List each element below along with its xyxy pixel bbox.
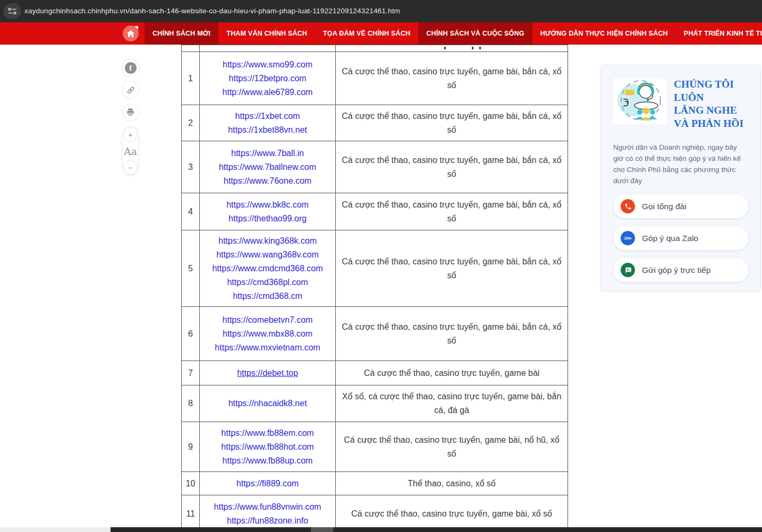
call-hotline-button[interactable]: Gọi tổng đài [613,194,749,218]
chat-icon [621,263,635,277]
nav-item-phat-trien-kinh-te[interactable]: PHÁT TRIỂN KINH TẾ TƯ NHÂN VÀ DOANH NGHI… [676,22,762,45]
violation-url-link[interactable]: https://www.mxvietnam.com [200,341,335,355]
violation-url-link[interactable]: https://1xbet88vn.net [200,123,335,137]
table-row: 10https://fi889.comThể thao, casino, xổ … [182,472,568,495]
violation-url-link[interactable]: https://www.fun88vnwin.com [200,500,335,514]
violation-url-link[interactable]: https://thethao99.org [200,212,335,226]
violation-url-cell: https://comebetvn7.comhttps://www.mbx88.… [200,307,336,361]
violation-url-cell: https://www.fb88em.comhttps://www.fb88ho… [200,422,336,472]
violation-url-link[interactable]: https://www.fb88up.com [200,454,335,468]
violation-url-cell: https://www.bk8c.comhttps://thethao99.or… [200,193,336,230]
site-settings-icon[interactable] [3,3,21,19]
printer-icon [126,108,135,117]
font-size-label: Aa [124,145,137,157]
row-number: 9 [182,422,200,472]
violation-description: Cá cược thể thao, casino trực tuyến, gam… [336,230,568,307]
row-number: 4 [182,193,200,230]
violation-url-link[interactable]: https://www.fb88hot.com [200,440,335,454]
violation-url-cell: https://www.king368k.comhttps://www.wang… [200,230,336,307]
direct-feedback-button[interactable]: Gửi góp ý trực tiếp [613,258,749,282]
violation-description: Cá cược thể thao, casino trực tuyến, gam… [336,361,568,385]
home-notch [134,26,138,30]
violation-url-link[interactable]: https://cmd368.cm [200,289,335,303]
violation-url-link[interactable]: https://www.76one.com [200,174,335,188]
violation-websites-table: 1https://www.smo99.comhttps://12betpro.c… [181,45,568,532]
table-row: 3https://www.7ball.inhttps://www.7ballne… [182,141,568,193]
violation-url-cell: https://1xbet.comhttps://1xbet88vn.net [200,105,336,141]
table-row: 8https://nhacaidk8.netXổ số, cá cược thể… [182,385,568,422]
font-decrease-button[interactable]: − [123,160,138,175]
home-icon [126,30,135,38]
table-row: 9https://www.fb88em.comhttps://www.fb88h… [182,422,568,472]
feedback-card: CHÚNG TÔI LUÔN LẮNG NGHE VÀ PHẢN HỒI Ngư… [600,65,761,292]
print-button[interactable] [122,104,139,121]
row-number: 3 [182,141,200,193]
violation-url-link[interactable]: https://www.fb88em.com [200,426,335,440]
table-header-cell [182,45,200,52]
listening-illustration [613,78,666,124]
violation-url-cell: https://debet.top [200,361,336,385]
zalo-feedback-button[interactable]: Zalo Góp ý qua Zalo [613,226,749,250]
violation-description: Cá cược thể thao, casino trực tuyến, gam… [336,141,568,193]
row-number: 1 [182,52,200,105]
table-row: 7https://debet.topCá cược thể thao, casi… [182,361,568,385]
violation-url-link[interactable]: https://comebetvn7.com [200,313,335,327]
clipped-header-text [479,47,481,49]
share-facebook-button[interactable]: f [122,59,139,76]
violation-url-cell: https://nhacaidk8.net [200,385,336,422]
table-row: 2https://1xbet.comhttps://1xbet88vn.netC… [182,105,568,141]
violation-url-link[interactable]: https://fun88zone.info [200,514,335,528]
direct-feedback-label: Gửi góp ý trực tiếp [642,265,710,275]
violation-description: Cá cược thể thao, casino trực tuyến, gam… [336,495,568,532]
violation-url-link[interactable]: https://fi889.com [200,477,335,491]
zalo-icon: Zalo [621,231,635,245]
table-row: 1https://www.smo99.comhttps://12betpro.c… [182,52,568,105]
violation-url-link[interactable]: https://www.wang368v.com [200,248,335,262]
main-navigation: CHÍNH SÁCH MỚI THAM VẤN CHÍNH SÁCH TỌA Đ… [0,22,762,45]
violation-url-link[interactable]: https://www.smo99.com [200,58,335,72]
violation-description: Cá cược thể thao, casino trực tuyến, gam… [336,307,568,361]
clipped-header-text [444,47,446,49]
violation-url-link[interactable]: https://12betpro.com [200,72,335,85]
violation-url-link[interactable]: https://www.bk8c.com [200,198,335,212]
row-number: 8 [182,385,200,422]
violation-url-link[interactable]: https://www.king368k.com [200,234,335,248]
row-number: 2 [182,105,200,141]
scrollbar-thumb[interactable] [311,527,333,532]
violation-url-link[interactable]: https://www.cmdcmd368.com [200,262,335,276]
violation-url-link[interactable]: https://nhacaidk8.net [200,397,335,410]
violation-url-link[interactable]: https://1xbet.com [200,109,335,123]
row-number: 5 [182,230,200,307]
nav-item-chinh-sach-moi[interactable]: CHÍNH SÁCH MỚI [145,22,218,45]
horizontal-scrollbar[interactable] [0,527,762,532]
url-text[interactable]: xaydungchinhsach.chinhphu.vn/danh-sach-1… [24,0,400,22]
phone-icon [621,199,635,213]
violation-url-link[interactable]: https://www.7ballnew.com [200,160,335,174]
table-row: 11https://www.fun88vnwin.comhttps://fun8… [182,495,568,532]
nav-item-huong-dan[interactable]: HƯỚNG DẪN THỰC HIỆN CHÍNH SÁCH [532,22,676,45]
scrollbar-track[interactable] [111,527,762,532]
clipped-header-text [472,47,473,49]
call-hotline-label: Gọi tổng đài [642,202,687,211]
zalo-feedback-label: Góp ý qua Zalo [642,234,698,243]
violation-url-link[interactable]: https://www.mbx88.com [200,327,335,341]
violation-description: Cá cược thể thao, casino trực tuyến, gam… [336,105,568,141]
table-header-cell [200,45,336,52]
violation-url-link[interactable]: https://cmd368pl.com [200,276,335,289]
home-button[interactable] [123,25,139,41]
table-row: 4https://www.bk8c.comhttps://thethao99.o… [182,193,568,230]
nav-item-toa-dam[interactable]: TỌA ĐÀM VỀ CHÍNH SÁCH [315,22,418,45]
browser-address-bar[interactable]: xaydungchinhsach.chinhphu.vn/danh-sach-1… [0,0,762,22]
nav-item-tham-van[interactable]: THAM VẤN CHÍNH SÁCH [218,22,315,45]
nav-item-cuoc-song[interactable]: CHÍNH SÁCH VÀ CUỘC SỐNG [418,22,532,45]
violation-url-cell: https://www.fun88vnwin.comhttps://fun88z… [200,495,336,532]
row-number: 6 [182,307,200,361]
violation-url-link[interactable]: https://www.7ball.in [200,147,335,160]
violation-url-link[interactable]: https://debet.top [200,366,335,380]
copy-link-button[interactable] [122,81,139,99]
violation-url-link[interactable]: http://www.ale6789.com [200,85,335,99]
row-number: 10 [182,472,200,495]
font-increase-button[interactable]: + [123,127,138,142]
feedback-card-title: CHÚNG TÔI LUÔN LẮNG NGHE VÀ PHẢN HỒI [674,78,743,130]
violation-url-cell: https://fi889.com [200,472,336,495]
